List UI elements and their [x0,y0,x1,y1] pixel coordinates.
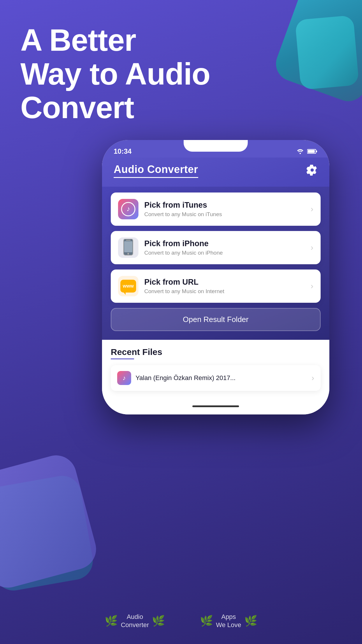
home-bar [192,405,239,407]
badge2-leaves: 🌿 Apps We Love 🌿 [200,613,257,629]
music-note-icon: ♪ [123,374,126,382]
recent-file-name: Yalan (Engin Özkan Remix) 2017... [136,374,307,382]
iphone-title: Pick from iPhone [144,239,305,248]
iphone-menu-text: Pick from iPhone Convert to any Music on… [144,239,305,256]
phone-lower: Recent Files ♪ Yalan (Engin Özkan Remix)… [102,340,329,401]
app-title-underline [114,177,198,178]
battery-icon [307,149,318,154]
itunes-icon: ♪ [118,199,138,219]
hero-line3: Convert [20,90,134,125]
svg-text:♪: ♪ [126,205,130,213]
phone-mockup: 10:34 Audio Converter [102,140,329,414]
app-title: Audio Converter [114,163,198,176]
app-title-block: Audio Converter [114,163,198,178]
leaf-right-2: 🌿 [244,615,257,627]
open-folder-label: Open Result Folder [183,315,248,324]
svg-point-9 [127,253,129,255]
leaf-left-2: 🌿 [200,615,213,627]
open-folder-button[interactable]: Open Result Folder [111,308,321,331]
recent-file-item[interactable]: ♪ Yalan (Engin Özkan Remix) 2017... › [111,365,321,391]
iphone-chevron: › [311,243,313,252]
url-title: Pick from URL [144,278,305,287]
phone-content: ♪ Pick from iTunes Convert to any Music … [102,187,329,340]
badge2-line1: Apps [216,613,241,621]
url-chevron: › [311,281,313,291]
hero-text: A Better Way to Audio Convert [20,23,210,125]
hero-line2: Way to Audio [20,57,210,91]
iphone-mini-icon [121,239,136,256]
home-indicator [102,401,329,414]
recent-files-heading: Recent Files [111,347,321,357]
svg-rect-3 [316,150,317,152]
itunes-logo: ♪ [121,202,136,216]
badge2-text: Apps We Love [216,613,241,629]
badge1-text: Audio Converter [121,613,149,629]
itunes-chevron: › [311,204,313,214]
hero-line1: A Better [20,23,136,57]
url-bubble: www [120,280,136,293]
gear-icon [307,164,318,176]
phone-notch [184,140,248,152]
wifi-icon [296,148,304,155]
iphone-subtitle: Convert to any Music on iPhone [144,250,305,256]
recent-files-underline [111,358,134,359]
menu-item-url[interactable]: www Pick from URL Convert to any Music o… [111,270,321,303]
leaf-right-1: 🌿 [152,615,165,627]
status-time: 10:34 [114,147,131,155]
itunes-subtitle: Convert to any Music on iTunes [144,211,305,218]
footer: 🌿 Audio Converter 🌿 🌿 Apps We Love 🌿 [0,613,362,629]
settings-button[interactable] [307,164,318,177]
badge1-line2: Converter [121,621,149,629]
url-subtitle: Convert to any Music on Internet [144,288,305,295]
url-icon-container: www [118,276,138,296]
deco-shape-top-right-inner [295,15,359,90]
badge2-line2: We Love [216,621,241,629]
url-menu-text: Pick from URL Convert to any Music on In… [144,278,305,295]
svg-point-0 [300,153,301,154]
footer-badge-apps-we-love: 🌿 Apps We Love 🌿 [200,613,257,629]
www-text: www [123,284,133,289]
status-icons [296,148,318,155]
badge1-line1: Audio [121,613,149,621]
itunes-menu-text: Pick from iTunes Convert to any Music on… [144,201,305,218]
svg-rect-7 [126,240,131,241]
svg-rect-8 [124,241,132,252]
menu-item-iphone[interactable]: Pick from iPhone Convert to any Music on… [111,231,321,264]
badge1-leaves: 🌿 Audio Converter 🌿 [105,613,165,629]
phone-header: Audio Converter [102,158,329,187]
iphone-icon-container [118,237,138,258]
phone-body: 10:34 Audio Converter [102,140,329,414]
recent-file-icon: ♪ [117,371,131,385]
recent-file-chevron: › [312,373,314,383]
itunes-title: Pick from iTunes [144,201,305,210]
footer-badge-audio-converter: 🌿 Audio Converter 🌿 [105,613,165,629]
menu-item-itunes[interactable]: ♪ Pick from iTunes Convert to any Music … [111,192,321,226]
leaf-left-1: 🌿 [105,615,118,627]
svg-rect-2 [308,150,315,153]
